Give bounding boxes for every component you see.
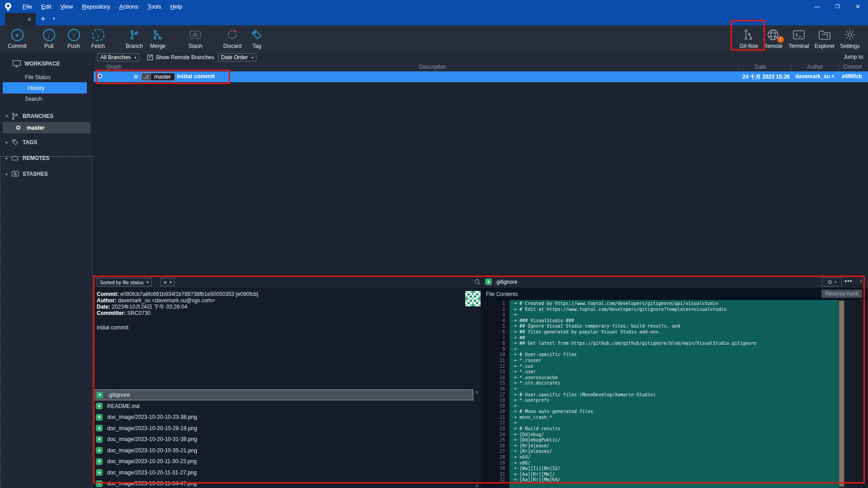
column-graph[interactable]: Graph <box>106 64 121 70</box>
menu-item-file[interactable]: File <box>18 0 37 13</box>
sidebar-label: History <box>28 85 44 91</box>
search-icon[interactable] <box>474 279 481 285</box>
diff-line-text: ·+· <box>509 420 839 426</box>
sort-order-dropdown[interactable]: Date Order▾ <box>218 53 256 61</box>
branch-badge[interactable]: ⎇ master <box>141 73 175 81</box>
commit-author-cell: davemark_su <davemark.su@sgs.com> <box>795 73 834 80</box>
menu-item-tools[interactable]: Tools <box>143 0 165 13</box>
diff-line: 13·+·*.user <box>481 369 839 375</box>
commit-message-text: Initial commit <box>97 324 128 331</box>
file-added-icon: + <box>96 392 103 399</box>
sidebar-section-remotes[interactable]: ▸REMOTES <box>0 152 93 164</box>
menu-item-repository[interactable]: Repository <box>77 0 114 13</box>
menu-item-edit[interactable]: Edit <box>37 0 56 13</box>
column-description[interactable]: Description <box>419 64 446 70</box>
menu-item-help[interactable]: Help <box>165 0 187 13</box>
diff-line-number: 32 <box>481 477 509 483</box>
file-row[interactable]: +doc_image/2023-10-20-11-31-27.png <box>94 467 473 478</box>
diff-line-number: 22 <box>481 420 509 426</box>
diff-line-text: ·+·#·User-specific·files <box>509 352 839 358</box>
commit-button[interactable]: +Commit <box>0 28 34 49</box>
history-graph-area[interactable] <box>94 82 868 276</box>
menu-item-view[interactable]: View <box>56 0 77 13</box>
diff-line-text: ·+·## <box>509 335 839 341</box>
sidebar-label: BRANCHES <box>23 113 53 119</box>
diff-line: 9·+· <box>481 347 839 352</box>
tag-button[interactable]: Tag <box>240 28 274 49</box>
diff-line-number: 11 <box>481 358 509 364</box>
restore-button[interactable]: ❐ <box>827 0 848 13</box>
file-row[interactable]: +doc_image/2023-10-20-10-23-38.png <box>94 412 473 422</box>
new-tab-button[interactable]: + <box>38 14 48 24</box>
file-row[interactable]: +README.md <box>94 401 473 412</box>
file-list-scrollbar[interactable]: ∧ ∨ <box>473 389 481 488</box>
file-name: .gitignore <box>108 392 130 398</box>
scroll-up-icon[interactable]: ∧ <box>473 389 481 394</box>
diff-lines: 1·+·#·Created·by·https://www.toptal.com/… <box>481 301 839 483</box>
checkbox-icon <box>147 55 153 60</box>
diff-line: 2·+·#·Edit·at·https://www.toptal.com/dev… <box>481 307 839 313</box>
diff-line: 12·+·*.suo <box>481 364 839 370</box>
diff-line-text: ·+·*.userprefs <box>509 398 839 404</box>
show-remote-branches-checkbox[interactable]: Show Remote Branches <box>147 54 214 61</box>
pull-label: Pull <box>44 43 53 49</box>
branch-icon: ⎇ <box>142 73 151 80</box>
diff-line-text: ·+·x86/ <box>509 460 839 466</box>
column-date[interactable]: Date <box>755 64 766 70</box>
diff-line-text: ·+·##·files·generated·by·popular·Visual·… <box>509 329 839 335</box>
view-options-dropdown[interactable]: ≡▾ <box>160 278 175 286</box>
sidebar-item-file-status[interactable]: File Status <box>0 71 93 83</box>
file-row[interactable]: +doc_image/2023-10-20-11-34-47.png <box>94 478 473 488</box>
scroll-down-icon[interactable]: ∨ <box>473 483 481 488</box>
sidebar-branch-master[interactable]: master <box>3 122 90 133</box>
fetch-button[interactable]: ↓Fetch <box>81 28 115 49</box>
file-added-icon: + <box>96 458 103 465</box>
collapse-panel-icon[interactable]: ∧ <box>859 278 863 283</box>
more-options-button[interactable]: ••• <box>844 277 853 285</box>
sidebar-section-tags[interactable]: ▸TAGS <box>0 136 93 148</box>
diff-line-text: ·+·[Ww][Ii][Nn]32/ <box>509 466 839 472</box>
reverse-hunk-button[interactable]: Reverse hunk <box>821 290 862 298</box>
diff-line: 27·+·[Rr]eleases/ <box>481 449 839 455</box>
sidebar-dropzone <box>0 156 93 488</box>
monitor-icon <box>12 60 22 68</box>
chevron-right-icon: ▸ <box>4 156 10 160</box>
column-commit[interactable]: Commit <box>843 64 862 70</box>
column-author[interactable]: Author <box>807 64 823 70</box>
sidebar-section-branches[interactable]: ▾BRANCHES <box>0 110 93 122</box>
file-added-icon: + <box>96 403 103 409</box>
merge-button[interactable]: Merge <box>141 28 175 49</box>
file-row[interactable]: +doc_image/2023-10-20-10-31-38.png <box>94 434 473 445</box>
file-row[interactable]: +doc_image/2023-10-20-10-35-21.png <box>94 445 473 456</box>
diff-settings-dropdown[interactable]: ⚙▾ <box>822 277 842 286</box>
diff-scrollbar[interactable] <box>839 300 844 488</box>
branch-filter-dropdown[interactable]: All Branches▾ <box>97 53 139 61</box>
file-row[interactable]: +doc_image/2023-10-20-10-28-19.png <box>94 423 473 434</box>
file-name: doc_image/2023-10-20-10-31-38.png <box>107 436 197 442</box>
commit-message-cell: Initial commit <box>177 73 215 80</box>
sidebar-section-stashes[interactable]: ▸STASHES <box>0 168 93 179</box>
file-row[interactable]: +.gitignore <box>94 389 473 400</box>
minimize-button[interactable]: — <box>807 0 827 13</box>
tab-close-icon[interactable]: ✕ <box>27 16 36 23</box>
file-row[interactable]: +doc_image/2023-10-20-11-30-23.png <box>94 456 473 467</box>
close-button[interactable]: ✕ <box>848 0 868 13</box>
file-sort-dropdown[interactable]: Sorted by file status▾ <box>97 278 152 286</box>
tab-dropdown-icon[interactable]: ▾ <box>53 16 55 21</box>
sidebar-item-history[interactable]: History <box>3 82 87 94</box>
sidebar-item-search[interactable]: Search <box>0 93 93 104</box>
settings-button[interactable]: Settings <box>833 28 867 49</box>
diff-line: 26·+·[Rr]elease/ <box>481 443 839 449</box>
tag-icon <box>10 138 20 146</box>
menu-bar: FileEditViewRepositoryActionsToolsHelp <box>18 0 187 13</box>
file-tab-label[interactable]: .gitignore <box>495 279 517 285</box>
commit-row[interactable]: ⎇ master Initial commit 24 十月 2023 15:26… <box>94 71 868 82</box>
sidebar-label: REMOTES <box>23 155 49 161</box>
repository-tab[interactable]: ✕ <box>5 13 36 25</box>
sidebar-section-workspace[interactable]: WORKSPACE <box>0 58 93 69</box>
chevron-down-icon: ▾ <box>170 280 171 284</box>
diff-line-text: ·+·##·Get·latest·from·https://github.com… <box>509 341 839 347</box>
file-added-icon: + <box>96 469 103 476</box>
menu-item-actions[interactable]: Actions <box>114 0 143 13</box>
stash-button[interactable]: Stash <box>178 28 212 49</box>
